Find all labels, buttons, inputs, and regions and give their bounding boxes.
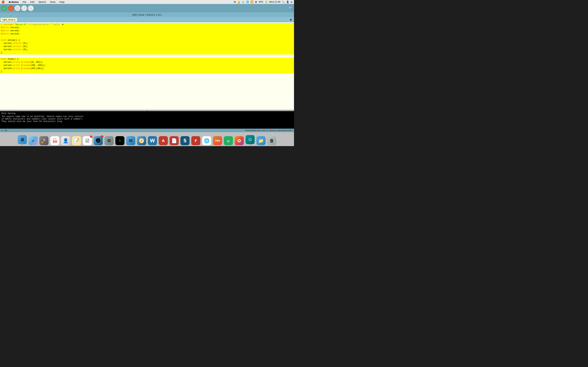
code-line-14: servo2.write (random(90, 150)); [0,64,294,67]
system-pref-icon[interactable]: ⚙ [234,0,236,3]
battery-label: 59% [259,1,263,3]
code-line-2: $Servo servo1; [0,26,294,29]
dock-item-appstore[interactable]: 🅐 1 [93,133,103,145]
code-line-15: servo3.write (random(60,120)); [0,67,294,70]
console-message-2: of ASCII characters and numbers (but can… [1,118,293,120]
contacts-icon: 👤 [61,136,70,145]
dock-item-finder[interactable]: 🖥 [17,133,27,145]
display-icon[interactable]: 🖥 [255,0,257,3]
code-line-9: servo1.attach (9); [0,48,294,51]
cursor-position: 1 - 16 [1,129,7,132]
autocad-icon: A [159,136,168,145]
dock-item-folder[interactable]: 📁 [256,133,266,145]
search-button[interactable]: 🔍 [289,6,293,10]
launchpad-icon: 🚀 [39,136,49,145]
code-line-6: void setup() { [0,39,294,42]
terminal-icon: $ [115,136,124,145]
wifi-icon[interactable]: 📶 [251,0,253,3]
code-line-3: $Servo servo2; [0,29,294,33]
word-icon: W [148,136,157,145]
photos-icon: ✿ [235,136,244,145]
apple-menu[interactable]: 🍎 [1,0,5,3]
cast-icon[interactable]: 📡 [242,0,245,3]
dock-item-launchpad[interactable]: 🚀 [39,133,49,145]
appstore-icon: 🅐 1 [94,136,103,145]
tab-light-show[interactable]: light_show § [1,18,17,22]
code-line-13: servo1.write (random(0, 90)); [0,61,294,64]
console-status: Done Saving. [1,112,293,115]
dock-item-foxpro[interactable]: F [191,133,201,145]
sysprefs-icon: ⚙ [104,136,113,145]
arduino-icon: ⌬ [245,135,255,144]
new-button[interactable]: □ [15,5,20,11]
code-line-4: $Servo servo3; [0,33,294,36]
dock-item-keynote[interactable]: S [180,133,190,145]
utorrent-icon: μ [224,136,233,145]
board-info: Arduino/Genuino 101 on /dev/cu.usbmodem1… [245,129,293,132]
dock-item-photos[interactable]: ✿ [234,133,244,145]
status-bar: 1 - 16 Arduino/Genuino 101 on /dev/cu.us… [0,129,294,132]
code-line-7: servo1.attach (5); [0,42,294,45]
user-icon[interactable]: 👤 [286,0,289,3]
dock-item-arduino[interactable]: ⌬ [245,133,255,145]
battery-icon: 🔋 [265,0,268,3]
control-icon[interactable]: ≡ [291,0,293,3]
network-icon[interactable]: 🌐 [246,0,249,3]
menu-help[interactable]: Help [59,1,65,3]
siri-icon: ◎ [28,136,38,145]
app-menu-arduino[interactable]: Arduino [8,1,19,3]
tab-dropdown[interactable]: ▼ [288,18,293,22]
folder-icon: 📁 [256,136,266,145]
trash-icon: 🗑 [267,136,276,145]
finder-icon: 🖥 [18,135,27,144]
dock-item-photos360[interactable]: 360 [212,133,223,145]
menu-sketch[interactable]: Sketch [38,1,47,3]
notes-icon: 📝 [72,136,81,145]
open-button[interactable]: ↑ [21,5,27,11]
code-line-16: } [0,70,294,73]
mail-icon: ✉ [126,136,135,145]
menu-tools[interactable]: Tools [49,1,56,3]
dock-item-sysprefs[interactable]: ⚙ [104,133,114,145]
foxpro-icon: F [191,136,200,145]
search-icon[interactable]: 🔍 [282,0,285,3]
reminders-icon: ☑ 1 [83,136,92,145]
menu-file[interactable]: File [22,1,27,3]
dock-item-autocad[interactable]: A [158,133,168,145]
code-line-5 [0,36,294,39]
save-button[interactable]: ↓ [28,5,34,11]
dock-item-reminders[interactable]: ☑ 1 [82,133,92,145]
dock-item-calendar[interactable]: AUG 30 [50,133,60,145]
dock-item-utorrent[interactable]: μ [223,133,233,145]
console-message-1: The sketch name had to be modified. Sket… [1,115,293,118]
dock-item-trash[interactable]: 🗑 [267,133,277,145]
dock-item-siri[interactable]: ◎ [28,133,38,145]
toolbar: ✓ → □ ↑ ↓ 🔍 [0,4,294,12]
console-message-3: They should also be less than 64 charact… [1,120,293,123]
code-editor[interactable]: # include "Servo.h" ///replace_with "" w… [0,22,294,110]
code-line-11 [0,55,294,58]
acrobat-icon: 📄 [170,136,179,145]
notification-icon[interactable]: 🔔 [237,0,240,3]
dock-item-contacts[interactable]: 👤 [61,133,71,145]
menu-edit[interactable]: Edit [29,1,35,3]
dock-item-mail[interactable]: ✉ [126,133,136,145]
dock-item-chrome[interactable]: 🌐 [202,133,212,145]
chrome-icon: 🌐 [202,136,211,145]
code-line-1: # include "Servo.h" ///replace_with "" w… [0,23,294,26]
verify-button[interactable]: ✓ [1,5,7,11]
photos360-icon: 360 [213,136,222,145]
tab-bar: light_show § ▼ [0,17,294,22]
code-line-12: void loop() { [0,58,294,61]
upload-button[interactable]: → [8,5,14,11]
editor-console-divider [0,110,294,111]
dock-item-word[interactable]: W [147,133,157,145]
clock: Wed 22:49 [269,1,281,3]
dock-item-safari[interactable]: 🧭 [137,133,147,145]
window-title: light_show | Arduino 1.8.2 [132,13,162,16]
dock-item-acrobat[interactable]: 📄 [169,133,179,145]
title-bar: light_show | Arduino 1.8.2 [0,12,294,17]
dock-item-terminal[interactable]: $ [115,133,125,145]
dock-item-notes[interactable]: 📝 [71,133,82,145]
keynote-icon: S [181,136,190,145]
